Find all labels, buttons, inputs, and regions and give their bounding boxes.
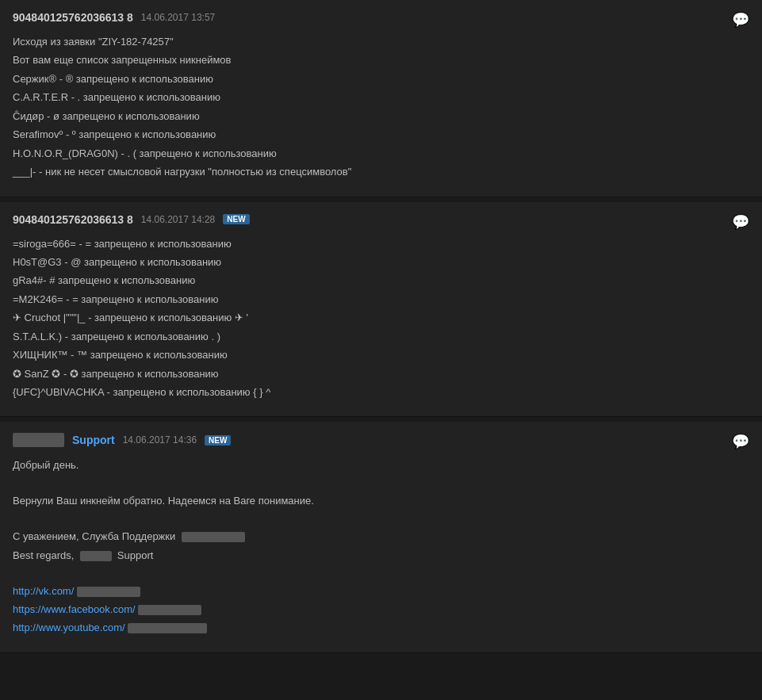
post-3-link-fb[interactable]: https://www.facebook.com/ [13, 601, 749, 618]
post-3-company-redacted [182, 532, 245, 542]
post-2-line-6: S.T.A.L.K.) - запрещено к использованию … [13, 328, 749, 345]
reply-icon-2[interactable]: 💬 [732, 213, 749, 231]
post-1-username: 904840125762036613 8 [13, 11, 133, 24]
post-3-greeting: Добрый день. [13, 457, 749, 473]
post-1-line-7: H.O.N.O.R_(DRAG0N) - . ( запрещено к исп… [13, 145, 749, 162]
post-3-link-vk[interactable]: http://vk.com/ [13, 583, 749, 599]
post-3-vk-anchor[interactable]: http://vk.com/ [13, 585, 74, 597]
post-1-line-1: Исходя из заявки "ZIY-182-74257" [13, 33, 749, 50]
post-1-line-2: Вот вам еще список запрещенных никнеймов [13, 52, 749, 68]
post-2-line-1: =siroga=666= - = запрещено к использован… [13, 235, 749, 252]
post-3-body: Добрый день. Вернули Ваш инкнейм обратно… [13, 457, 749, 636]
post-2-timestamp: 14.06.2017 14:28 [141, 214, 215, 225]
post-1-timestamp: 14.06.2017 13:57 [141, 12, 215, 23]
post-2-body: =siroga=666= - = запрещено к использован… [13, 235, 749, 401]
post-3-best-regards: Best regards, Support [13, 547, 749, 564]
post-2-line-2: H0sT@G3 - @ запрещено к использованию [13, 254, 749, 270]
post-2: 904840125762036613 8 14.06.2017 14:28 NE… [0, 202, 762, 418]
post-2-line-3: gRa4#- # запрещено к использованию [13, 272, 749, 289]
post-3-line-1: Вернули Ваш инкнейм обратно. Надеемся на… [13, 492, 749, 509]
post-3-avatar [13, 433, 64, 447]
post-3-best-text: Best regards, [13, 549, 74, 561]
post-3-regards-text: С уважением, Служба Поддержки [13, 530, 175, 542]
post-1-header: 904840125762036613 8 14.06.2017 13:57 [13, 11, 749, 24]
post-3: Support 14.06.2017 14:36 NEW 💬 Добрый де… [0, 422, 762, 652]
post-2-line-8: ✪ SanZ ✪ - ✪ запрещено к использованию [13, 365, 749, 382]
post-1-line-6: Serafimovº - º запрещено к использованию [13, 126, 749, 143]
post-3-fb-anchor[interactable]: https://www.facebook.com/ [13, 603, 136, 615]
post-1-line-8: ___|- - ник не несет смысловой нагрузки … [13, 163, 749, 180]
post-3-header: Support 14.06.2017 14:36 NEW [13, 433, 749, 447]
post-3-vk-redacted [77, 587, 140, 597]
post-1: 904840125762036613 8 14.06.2017 13:57 💬 … [0, 0, 762, 197]
post-3-name-redacted [80, 551, 112, 561]
post-1-body: Исходя из заявки "ZIY-182-74257" Вот вам… [13, 33, 749, 181]
reply-icon-3[interactable]: 💬 [732, 433, 749, 450]
post-2-badge: NEW [223, 214, 249, 224]
post-3-badge: NEW [205, 435, 231, 446]
post-2-line-5: ✈ Cruchot |"""|_ - запрещено к использов… [13, 309, 749, 326]
post-1-line-3: Сержик® - ® запрещено к использованию [13, 71, 749, 87]
reply-icon-1[interactable]: 💬 [732, 11, 749, 29]
post-1-line-5: Ĉидøр - ø запрещено к использованию [13, 108, 749, 124]
post-2-line-9: {UFC}^UBIVACHKA - запрещено к использова… [13, 384, 749, 400]
post-list: 904840125762036613 8 14.06.2017 13:57 💬 … [0, 0, 762, 653]
post-2-header: 904840125762036613 8 14.06.2017 14:28 NE… [13, 213, 749, 226]
post-2-username: 904840125762036613 8 [13, 213, 133, 226]
post-3-regards: С уважением, Служба Поддержки [13, 528, 749, 545]
post-3-link-yt[interactable]: http://www.youtube.com/ [13, 619, 749, 636]
post-2-line-7: ХИЩНИК™ - ™ запрещено к использованию [13, 346, 749, 363]
post-2-line-4: =M2K246= - = запрещено к использованию [13, 291, 749, 308]
post-3-yt-redacted [128, 623, 207, 633]
post-3-timestamp: 14.06.2017 14:36 [123, 434, 197, 446]
post-1-line-4: C.A.R.T.E.R - . запрещено к использовани… [13, 89, 749, 105]
post-3-fb-redacted [138, 605, 201, 615]
post-3-support-label: Support [72, 434, 115, 446]
post-3-yt-anchor[interactable]: http://www.youtube.com/ [13, 622, 125, 633]
